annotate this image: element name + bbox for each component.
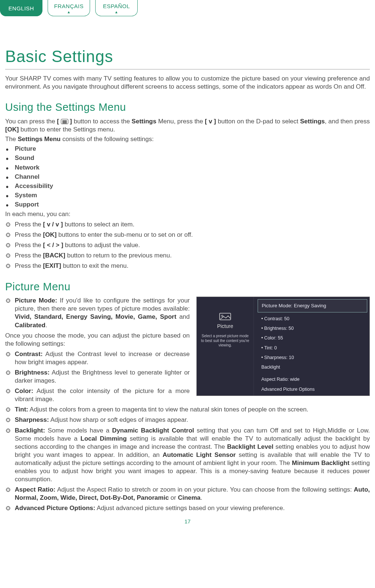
section-heading-picture-menu: Picture Menu [5, 280, 370, 294]
tab-english[interactable]: ENGLISH [0, 0, 42, 16]
list-item: Network [5, 164, 370, 172]
list-item-color: Color: Adjust the color intensity of the… [5, 387, 370, 403]
text: . [45, 322, 47, 329]
picture-settings-list: Contrast: Adjust the Contrast level to i… [5, 350, 370, 513]
page-content: Basic Settings Your SHARP TV comes with … [0, 46, 375, 532]
text: Settings [132, 118, 156, 125]
text: [OK] [43, 231, 57, 238]
chevron-up-icon: ▲ [67, 10, 70, 14]
text: You can press the [5, 118, 57, 125]
tab-francais[interactable]: FRANÇAIS ▲ [48, 0, 90, 16]
text: . [200, 494, 202, 501]
settings-menu-p1: You can press the [ ] button to access t… [5, 117, 370, 134]
text: Press the [15, 231, 43, 238]
list-item: Press the [BACK] button to return to the… [5, 252, 370, 260]
text: Brightness: [15, 369, 49, 376]
text: Advanced Picture Options: [15, 505, 95, 512]
list-item-contrast: Contrast: Adjust the Contrast level to i… [5, 350, 370, 366]
list-item: Press the [OK] buttons to enter the sub-… [5, 231, 370, 239]
text: Minimum Backlight [292, 459, 350, 466]
tab-label: ESPAÑOL [103, 3, 130, 10]
text: [ < / > ] [43, 242, 63, 249]
chevron-up-icon: ▲ [114, 10, 118, 14]
settings-menu-list: Picture Sound Network Channel Accessibil… [5, 145, 370, 209]
text: Color: [15, 387, 33, 394]
section-heading-settings-menu: Using the Settings Menu [5, 100, 370, 114]
list-item: Press the [ v / v ] buttons to select an… [5, 220, 370, 229]
list-item-tint: Tint: Adjust the colors from a green to … [5, 406, 370, 414]
list-item: Channel [5, 173, 370, 181]
text: Aspect Ratio: [15, 486, 55, 493]
text: [EXIT] [43, 262, 61, 269]
text: Sharpness: [15, 416, 49, 423]
text: Local Dimming [80, 435, 127, 442]
text: button to enter the Settings menu. [19, 126, 115, 133]
text: buttons to adjust the value. [63, 242, 140, 249]
text: Press the [15, 242, 43, 249]
list-item: Picture [5, 145, 370, 153]
text: button on the D-pad to select [216, 118, 300, 125]
text: buttons to enter the sub-menu or to set … [56, 231, 193, 238]
tab-label: FRANÇAIS [54, 3, 84, 10]
language-tabs: ENGLISH FRANÇAIS ▲ ESPAÑOL ▲ [0, 0, 375, 16]
text: Cinema [178, 494, 200, 501]
list-item: Sound [5, 154, 370, 162]
text: Backlight Level [227, 443, 273, 450]
text: [ v ] [205, 118, 216, 125]
picture-menu-block: Picture Select a preset picture mode to … [5, 297, 370, 514]
actions-list: Press the [ v / v ] buttons to select an… [5, 220, 370, 270]
text: Press the [15, 221, 43, 228]
text: The [5, 136, 18, 143]
picture-menu-list: Picture Mode: If you'd like to configure… [5, 297, 370, 329]
text: consists of the following settings: [61, 136, 154, 143]
text: button to return to the previous menu. [65, 252, 172, 259]
list-item-picture-mode: Picture Mode: If you'd like to configure… [5, 297, 370, 329]
text: Automatic Light Sensor [163, 451, 236, 458]
list-item: Press the [ < / > ] buttons to adjust th… [5, 241, 370, 249]
settings-menu-p3: In each menu, you can: [5, 210, 370, 218]
text: , and then press [325, 118, 370, 125]
text: [ [57, 118, 61, 125]
text: [ v / v ] [43, 221, 63, 228]
list-item: Press the [EXIT] button to exit the menu… [5, 262, 370, 270]
text: [BACK] [43, 252, 65, 259]
text: Adjust how sharp or soft edges of images… [49, 416, 188, 423]
list-item: System [5, 191, 370, 199]
text: Adjust the color intensity of the pictur… [15, 387, 190, 403]
intro-paragraph: Your SHARP TV comes with many TV setting… [5, 75, 370, 91]
settings-menu-p2: The Settings Menu consists of the follow… [5, 135, 370, 143]
text: [OK] [5, 126, 19, 133]
text: Adjust the Aspect Ratio to stretch or zo… [55, 486, 354, 493]
text: Calibrated [15, 322, 45, 329]
text: Settings [300, 118, 325, 125]
text: Adjust the colors from a green to magent… [28, 406, 309, 413]
menu-row-color: Color: 55 [258, 333, 367, 343]
list-item-advanced: Advanced Picture Options: Adjust advance… [5, 504, 370, 512]
text: Picture Mode: [15, 297, 57, 304]
list-item-backlight: Backlight: Some models have a Dynamic Ba… [5, 427, 370, 484]
tab-espanol[interactable]: ESPAÑOL ▲ [95, 0, 138, 16]
page-title: Basic Settings [5, 46, 370, 67]
page-number: 17 [5, 518, 370, 525]
list-item: Accessibility [5, 182, 370, 190]
list-item-aspect-ratio: Aspect Ratio: Adjust the Aspect Ratio to… [5, 486, 370, 502]
text: Settings Menu [18, 136, 61, 143]
text: buttons to select an item. [63, 221, 134, 228]
text: button to access the [72, 118, 132, 125]
text: Some models have a [45, 427, 112, 434]
tv-menu-help-text: Select a preset picture mode to best sui… [200, 334, 251, 348]
divider [5, 69, 370, 69]
text: Adjust advanced picture settings based o… [95, 505, 285, 512]
text: Dynamic Backlight Control [112, 427, 194, 434]
list-item-brightness: Brightness: Adjust the Brightness level … [5, 369, 370, 385]
list-item: Support [5, 201, 370, 209]
text: or [169, 494, 178, 501]
list-item-sharpness: Sharpness: Adjust how sharp or soft edge… [5, 416, 370, 424]
text: ] [68, 118, 72, 125]
text: Backlight: [15, 427, 45, 434]
text: button to exit the menu. [61, 262, 128, 269]
text: Press the [15, 262, 43, 269]
text: Menu, press the [156, 118, 205, 125]
menu-icon [61, 119, 68, 124]
text: and [176, 313, 190, 320]
